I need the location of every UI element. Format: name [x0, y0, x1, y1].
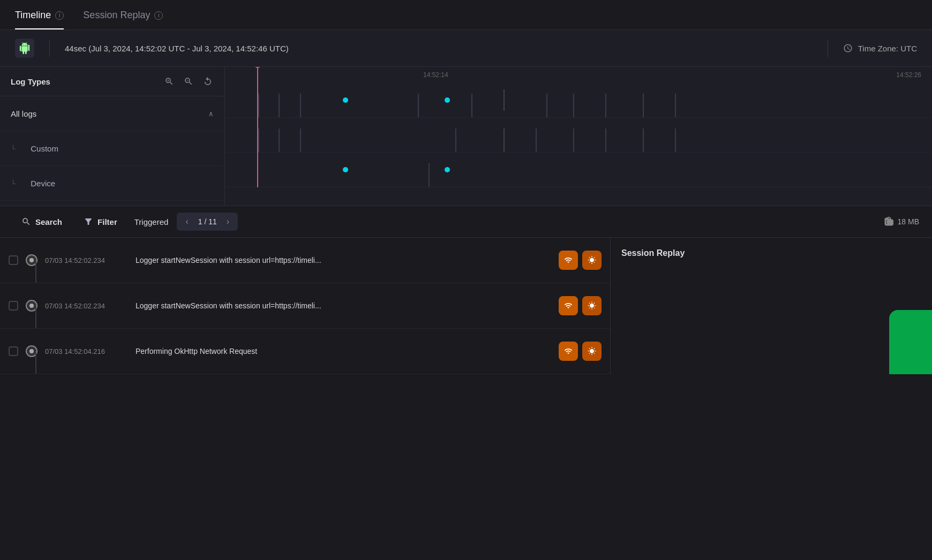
log-entry-2[interactable]: 07/03 14:52:02.234 Logger startNewSessio… — [0, 283, 610, 329]
tree-icon-device: └ — [11, 179, 16, 187]
pink-cursor — [257, 67, 258, 187]
tick — [279, 94, 280, 117]
next-page-button[interactable]: › — [222, 215, 234, 229]
sun-icon-3[interactable] — [582, 342, 602, 361]
storage-icon — [884, 217, 893, 226]
tree-icon-custom: └ — [11, 145, 16, 153]
timeline-all-logs-row — [225, 83, 932, 118]
header-tabs: Timeline i Session Replay i — [0, 0, 932, 30]
timeline-chart[interactable]: 14:52:14 14:52:26 — [225, 67, 932, 206]
android-icon — [15, 39, 34, 58]
log-row-device[interactable]: └ Device — [0, 166, 224, 201]
log-types-panel: Log Types All logs ∧ └ Custom — [0, 67, 225, 206]
tick — [258, 128, 259, 152]
search-button[interactable]: Search — [13, 211, 71, 232]
log-timestamp-2: 07/03 14:52:02.234 — [45, 302, 128, 310]
tick — [675, 94, 676, 117]
log-action-icons-1 — [559, 251, 602, 270]
session-divider — [49, 40, 50, 57]
cyan-dot-device — [343, 167, 348, 172]
tab-timeline[interactable]: Timeline i — [15, 10, 64, 29]
tick — [279, 128, 280, 152]
tick — [300, 94, 301, 117]
filter-button[interactable]: Filter — [75, 211, 126, 232]
bottom-toolbar: Search Filter Triggered ‹ 1 / 11 › 18 MB — [0, 206, 932, 238]
session-time-text: 44sec (Jul 3, 2024, 14:52:02 UTC - Jul 3… — [65, 44, 813, 53]
tab-session-replay-info-icon[interactable]: i — [154, 11, 163, 20]
pagination: ‹ 1 / 11 › — [177, 213, 238, 231]
session-bar: 44sec (Jul 3, 2024, 14:52:02 UTC - Jul 3… — [0, 30, 932, 67]
zoom-in-button[interactable] — [163, 75, 175, 87]
tick — [536, 128, 537, 152]
reset-button[interactable] — [202, 75, 214, 87]
log-entry-connector-1 — [35, 260, 36, 283]
timeline-device-row — [225, 153, 932, 187]
prev-page-button[interactable]: ‹ — [181, 215, 192, 229]
filter-icon — [84, 217, 93, 226]
timeline-custom-row — [225, 118, 932, 153]
tick — [573, 128, 574, 152]
log-checkbox-3[interactable] — [9, 346, 18, 356]
log-checkbox-1[interactable] — [9, 255, 18, 265]
log-action-icons-3 — [559, 342, 602, 361]
log-row-all-logs-label: All logs — [11, 109, 208, 118]
expand-all-logs-icon[interactable]: ∧ — [208, 110, 214, 118]
log-list: 07/03 14:52:02.234 Logger startNewSessio… — [0, 238, 932, 374]
log-row-device-label: Device — [19, 179, 214, 188]
session-replay-panel: Session Replay — [611, 238, 932, 374]
wifi-icon-2[interactable] — [559, 296, 578, 315]
tab-timeline-info-icon[interactable]: i — [55, 11, 64, 20]
log-types-title: Log Types — [11, 77, 50, 86]
tick — [455, 128, 456, 152]
wifi-icon-3[interactable] — [559, 342, 578, 361]
time-label-2: 14:52:26 — [896, 71, 921, 79]
log-action-icons-2 — [559, 296, 602, 315]
timezone-section: Time Zone: UTC — [843, 43, 917, 53]
timeline-rows-area — [225, 83, 932, 187]
tick — [605, 128, 606, 152]
pagination-text: 1 / 11 — [195, 217, 220, 226]
log-entry-connector-3 — [35, 351, 36, 374]
log-checkbox-2[interactable] — [9, 301, 18, 311]
tick — [643, 128, 644, 152]
tick — [471, 94, 472, 117]
log-message-1: Logger startNewSession with session url=… — [136, 256, 551, 264]
log-row-custom[interactable]: └ Custom — [0, 131, 224, 166]
sun-icon-2[interactable] — [582, 296, 602, 315]
log-entry-1[interactable]: 07/03 14:52:02.234 Logger startNewSessio… — [0, 238, 610, 283]
log-row-custom-label: Custom — [19, 144, 214, 153]
tick — [503, 128, 505, 152]
tick — [573, 94, 574, 117]
tick — [643, 94, 644, 117]
session-replay-rect — [889, 310, 932, 374]
search-button-label: Search — [35, 217, 62, 226]
zoom-out-button[interactable] — [183, 75, 194, 87]
log-radio-inner-2 — [29, 304, 34, 308]
log-radio-inner-1 — [29, 258, 34, 262]
log-row-all-logs[interactable]: All logs ∧ — [0, 96, 224, 131]
log-timestamp-3: 07/03 14:52:04.216 — [45, 347, 128, 355]
tick — [675, 128, 676, 152]
triggered-label: Triggered — [134, 217, 169, 226]
size-badge: 18 MB — [884, 217, 919, 226]
tab-session-replay[interactable]: Session Replay i — [83, 10, 163, 29]
size-text: 18 MB — [898, 217, 919, 226]
timezone-label: Time Zone: UTC — [858, 44, 917, 53]
log-controls — [163, 75, 214, 87]
log-message-2: Logger startNewSession with session url=… — [136, 301, 551, 310]
clock-icon — [843, 43, 853, 53]
timeline-container: Log Types All logs ∧ └ Custom — [0, 67, 932, 206]
sun-icon-1[interactable] — [582, 251, 602, 270]
tick — [429, 163, 430, 187]
wifi-icon-1[interactable] — [559, 251, 578, 270]
tab-timeline-label: Timeline — [15, 10, 51, 21]
filter-button-label: Filter — [97, 217, 117, 226]
session-divider-2 — [828, 40, 828, 57]
tick — [605, 94, 606, 117]
session-replay-panel-title: Session Replay — [621, 248, 685, 258]
triggered-button[interactable]: Triggered — [130, 212, 173, 232]
tick — [503, 89, 505, 111]
cyan-dot-device-2 — [445, 167, 450, 172]
log-entry-3[interactable]: 07/03 14:52:04.216 Performing OkHttp Net… — [0, 329, 610, 374]
tick — [300, 128, 301, 152]
